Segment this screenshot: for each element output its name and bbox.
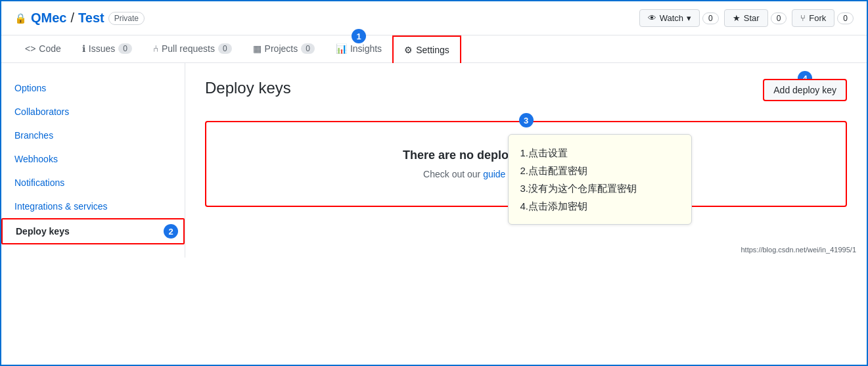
star-icon: ★ [733,13,741,23]
tab-insights-wrap: 1 📊 Insights [325,35,392,62]
tab-projects[interactable]: ▦ Projects 0 [242,35,325,63]
settings-icon: ⚙ [404,45,413,55]
sidebar-item-webhooks[interactable]: Webhooks [1,147,185,171]
footer-url: https://blog.csdn.net/wei/in_41995/1 [741,246,856,254]
tab-issues-label: Issues [89,43,115,54]
sidebar-item-deploy-keys[interactable]: Deploy keys [1,218,185,244]
add-deploy-key-button[interactable]: Add deploy key [763,79,847,101]
watch-btn-wrap: 👁 Watch ▾ [634,9,700,27]
sidebar-deploy-keys-label: Deploy keys [16,226,70,237]
tooltip-line2: 2.点击配置密钥 [520,162,679,179]
sidebar-item-branches[interactable]: Branches [1,124,185,147]
sidebar-item-collaborators[interactable]: Collaborators [1,100,185,124]
code-icon: <> [25,43,35,54]
projects-icon: ▦ [253,43,262,54]
tab-pull-requests[interactable]: ⑃ Pull requests 0 [143,35,242,63]
sidebar-item-notifications[interactable]: Notifications [1,171,185,194]
org-link[interactable]: QMec [31,11,66,26]
separator: / [70,11,74,26]
repo-link[interactable]: Test [78,11,104,26]
step3-badge: 3 [519,113,534,127]
tooltip-line1: 1.点击设置 [520,144,679,162]
empty-pre-text: Check out our [423,169,483,179]
step1-badge: 1 [352,29,366,43]
lock-icon: 🔒 [14,12,27,24]
sidebar-item-integrations[interactable]: Integrations & services [1,194,185,218]
tab-settings[interactable]: ⚙ Settings [392,35,461,63]
watch-label: Watch [660,13,683,23]
top-bar: 🔒 QMec / Test Private 👁 Watch ▾ 0 ★ Star… [1,1,867,35]
action-buttons: 👁 Watch ▾ 0 ★ Star 0 ⑂ Fork 0 [634,9,854,27]
tab-settings-label: Settings [416,45,449,55]
fork-button[interactable]: ⑂ Fork [792,9,834,27]
insights-icon: 📊 [336,43,347,54]
deploy-keys-wrap: Deploy keys 2 [1,218,185,244]
star-label: Star [744,13,760,23]
content-header: Deploy keys 4 Add deploy key [205,79,847,110]
tab-issues[interactable]: ℹ Issues 0 [72,35,143,63]
sidebar: Options Collaborators Branches Webhooks … [1,63,185,258]
issues-icon: ℹ [82,43,85,54]
fork-label: Fork [809,13,826,23]
eye-icon: 👁 [648,13,656,23]
main-content: Options Collaborators Branches Webhooks … [1,63,867,258]
tooltip-line4: 4.点击添加密钥 [520,197,679,215]
issues-count: 0 [118,43,132,54]
watch-button[interactable]: 👁 Watch ▾ [639,9,700,27]
tab-code[interactable]: <> Code [14,35,72,63]
fork-count: 0 [837,12,854,24]
tab-pr-label: Pull requests [162,43,215,54]
sidebar-item-options[interactable]: Options [1,76,185,100]
tab-projects-label: Projects [265,43,298,54]
private-badge: Private [108,12,145,25]
watch-count: 0 [702,12,719,24]
repo-title: 🔒 QMec / Test Private [14,11,145,26]
fork-icon: ⑂ [800,13,806,23]
pr-icon: ⑃ [153,43,158,54]
projects-count: 0 [301,43,315,54]
tab-code-label: Code [39,43,60,54]
pr-count: 0 [218,43,232,54]
star-button[interactable]: ★ Star [724,9,768,27]
nav-tabs: <> Code ℹ Issues 0 ⑃ Pull requests 0 ▦ P… [1,35,867,63]
tooltip-box: 1.点击设置 2.点击配置密钥 3.没有为这个仓库配置密钥 4.点击添加密钥 [508,134,692,225]
tooltip-line3: 3.没有为这个仓库配置密钥 [520,179,679,197]
content-area: Deploy keys 4 Add deploy key 3 There are… [185,63,867,258]
star-count: 0 [771,12,787,24]
step2-badge: 2 [164,224,178,239]
page-title: Deploy keys [205,79,291,97]
add-key-btn-wrap: 4 Add deploy key [763,79,847,101]
tab-insights-label: Insights [350,43,382,54]
chevron-down-icon: ▾ [687,13,691,23]
